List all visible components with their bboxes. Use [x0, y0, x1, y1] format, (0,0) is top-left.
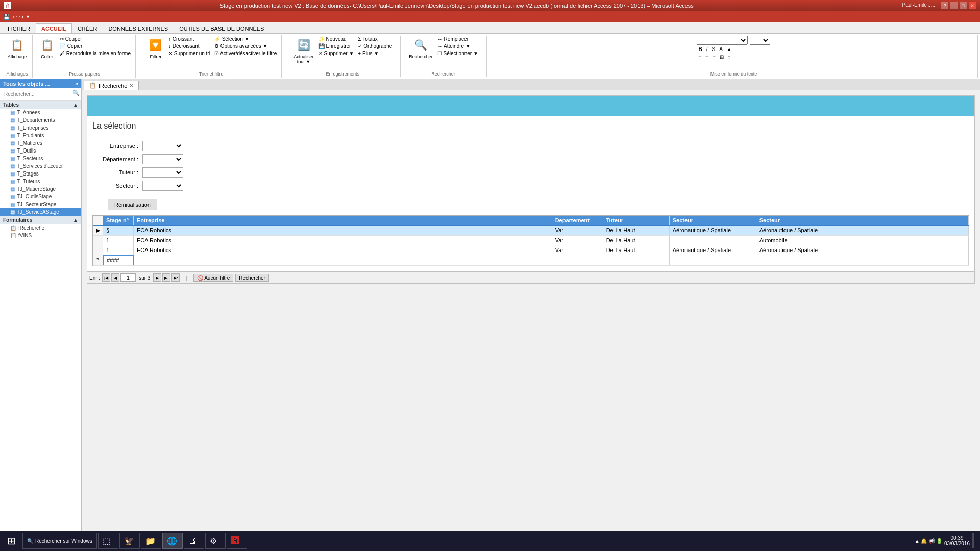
tab-donnees-externes[interactable]: DONNÉES EXTERNES [103, 23, 174, 33]
grid-row-2[interactable]: 1 ECA Robotics Var De-La-Haut Automobile [93, 236, 969, 245]
nav-item-frecherche[interactable]: 📋 fRecherche [0, 224, 81, 232]
reproduire-button[interactable]: 🖌 Reproduire la mise en forme [58, 50, 132, 57]
nav-item-t-departements[interactable]: ▦ T_Departements [0, 116, 81, 124]
selectionner-button[interactable]: ☐ Sélectionner ▼ [436, 50, 480, 57]
font-family-select[interactable] [697, 36, 748, 45]
current-record-input[interactable] [120, 273, 136, 282]
italic-button[interactable]: I [705, 46, 709, 53]
tab-fichier[interactable]: FICHIER [2, 23, 36, 33]
secteur-filter-select[interactable] [142, 181, 183, 191]
start-button[interactable]: ⊞ [2, 532, 20, 550]
align-center-button[interactable]: ≡ [704, 54, 710, 60]
copier-button[interactable]: 📄 Copier [58, 43, 132, 49]
actualiser-button[interactable]: 🔄 Actualisertout ▼ [291, 36, 316, 65]
prev-record-button[interactable]: ◀ [111, 273, 119, 282]
nav-item-t-stages[interactable]: ▦ T_Stages [0, 170, 81, 178]
qa-dropdown-button[interactable]: ▼ [26, 14, 30, 19]
help-button[interactable]: ? [941, 2, 948, 9]
next-record-button[interactable]: ▶ [153, 273, 161, 282]
affichage-button[interactable]: 📋 Affichage [6, 36, 29, 60]
tab-accueil[interactable]: ACCUEIL [36, 23, 72, 33]
croissant-button[interactable]: ↑ Croissant [167, 36, 212, 42]
activer-filtre-button[interactable]: ☑ Activer/désactiver le filtre [213, 50, 278, 57]
tray-time[interactable]: 00:39 03/03/2016 [944, 535, 970, 546]
taskbar-chrome[interactable]: 🌐 [162, 533, 183, 549]
no-filter-button[interactable]: 🚫 Aucun filtre [193, 274, 233, 282]
nav-item-t-annees[interactable]: ▦ T_Annees [0, 109, 81, 116]
taskbar-edge[interactable]: 🦅 [119, 533, 140, 549]
taskbar-access[interactable]: 🅰 [227, 533, 247, 549]
nav-item-t-tuteurs[interactable]: ▦ T_Tuteurs [0, 178, 81, 185]
nouveau-button[interactable]: ✨ Nouveau [317, 36, 356, 42]
grid-row-3[interactable]: 1 ECA Robotics Var De-La-Haut Aéronautiq… [93, 245, 969, 255]
nav-section-formulaires[interactable]: Formulaires ▲ [0, 216, 81, 224]
totaux-button[interactable]: Σ Totaux [356, 36, 394, 42]
orthographe-button[interactable]: ✓ Orthographe [356, 43, 394, 49]
tuteur-filter-select[interactable] [142, 167, 183, 178]
nav-item-t-secteurs[interactable]: ▦ T_Secteurs [0, 155, 81, 162]
grid-row-new[interactable]: * #### [93, 255, 969, 266]
show-desktop-button[interactable] [972, 533, 974, 548]
search-status-button[interactable]: Rechercher [235, 274, 269, 282]
last-record-button[interactable]: ▶| [162, 273, 170, 282]
save-qa-button[interactable]: 💾 [3, 14, 10, 20]
grid-row-1[interactable]: ▶ § ECA Robotics Var De-La-Haut Aéronaut… [93, 226, 969, 236]
departement-filter-select[interactable] [142, 154, 183, 164]
plus-button[interactable]: + Plus ▼ [356, 50, 394, 57]
enregistrer-button[interactable]: 💾 Enregistrer [317, 43, 356, 49]
nav-item-tj-service-a-stage[interactable]: ▦ TJ_ServiceAStage [0, 208, 81, 216]
reset-button[interactable]: Réinitialisation [108, 199, 157, 210]
nav-item-tj-matiere-stage[interactable]: ▦ TJ_MatiereStage [0, 185, 81, 193]
nav-item-t-entreprises[interactable]: ▦ T_Entreprises [0, 124, 81, 132]
selection-button[interactable]: ⚡ Sélection ▼ [213, 36, 278, 42]
taskbar-search[interactable]: 🔍 Rechercher sur Windows [22, 533, 97, 549]
nav-item-t-matieres[interactable]: ▦ T_Matieres [0, 139, 81, 147]
remplacer-button[interactable]: ↔ Remplacer [436, 36, 480, 42]
rechercher-button[interactable]: 🔍 Rechercher [407, 36, 435, 60]
new-record-nav-button[interactable]: ▶* [172, 273, 180, 282]
first-record-button[interactable]: |◀ [102, 273, 110, 282]
highlight-button[interactable]: ▲ [725, 46, 733, 53]
nav-item-tj-secteur-stage[interactable]: ▦ TJ_SecteurStage [0, 201, 81, 208]
tab-frecherche[interactable]: 📋 fRecherche ✕ [84, 81, 139, 90]
user-label: Paul-Emile J... [902, 2, 935, 9]
nav-item-t-outils[interactable]: ▦ T_Outils [0, 147, 81, 155]
gridlines-button[interactable]: ⊞ [718, 54, 725, 60]
nav-section-tables[interactable]: Tables ▲ [0, 101, 81, 109]
nav-item-t-services[interactable]: ▦ T_Services d'accueil [0, 162, 81, 170]
nav-item-t-etudiants[interactable]: ▦ T_Etudiants [0, 132, 81, 139]
bold-button[interactable]: B [697, 46, 703, 53]
tab-outils-bdd[interactable]: OUTILS DE BASE DE DONNÉES [174, 23, 270, 33]
new-row-stage[interactable]: #### [103, 255, 134, 265]
entreprise-filter-select[interactable] [142, 141, 183, 151]
maximize-button[interactable]: □ [960, 2, 967, 9]
taskbar-print[interactable]: 🖨 [184, 533, 204, 549]
nav-search-input[interactable] [2, 90, 71, 98]
tab-close-button[interactable]: ✕ [129, 83, 133, 88]
nav-header[interactable]: Tous les objets ... « [0, 79, 81, 88]
taskbar-explorer[interactable]: 📁 [141, 533, 161, 549]
redo-qa-button[interactable]: ↪ [19, 14, 23, 20]
decroissant-button[interactable]: ↓ Décroissant [167, 43, 212, 49]
taskbar-task-view[interactable]: ⬚ [98, 533, 118, 549]
filtrer-button[interactable]: 🔽 Filtrer [145, 36, 166, 60]
minimize-button[interactable]: ─ [950, 2, 958, 9]
font-size-select[interactable] [750, 36, 770, 45]
coller-button[interactable]: 📋 Coller [37, 36, 57, 60]
nav-item-tj-outils-stage[interactable]: ▦ TJ_OutilsStage [0, 193, 81, 201]
font-color-button[interactable]: A [718, 46, 724, 53]
align-left-button[interactable]: ≡ [697, 54, 703, 60]
row-height-button[interactable]: ↕ [726, 54, 732, 60]
undo-qa-button[interactable]: ↩ [12, 14, 17, 20]
atteindre-button[interactable]: → Atteindre ▼ [436, 43, 480, 49]
taskbar-settings[interactable]: ⚙ [205, 533, 226, 549]
supprimer-tri-button[interactable]: ✕ Supprimer un tri [167, 50, 212, 57]
align-right-button[interactable]: ≡ [711, 54, 717, 60]
close-button[interactable]: ✕ [969, 2, 976, 9]
supprimer-button[interactable]: ✕ Supprimer ▼ [317, 50, 356, 57]
nav-item-fvins[interactable]: 📋 fVINS [0, 232, 81, 239]
underline-button[interactable]: S [710, 46, 717, 53]
couper-button[interactable]: ✂ Couper [58, 36, 132, 42]
options-avancees-button[interactable]: ⚙ Options avancées ▼ [213, 43, 278, 49]
tab-creer[interactable]: CRÉER [72, 23, 103, 33]
